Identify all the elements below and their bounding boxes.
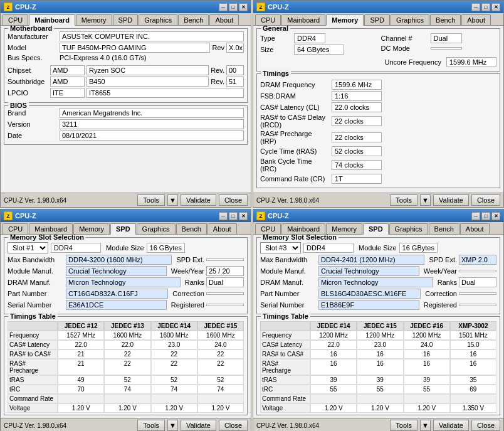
minimize-btn-2[interactable]: ─ <box>471 3 480 11</box>
validate-btn-4[interactable]: Validate <box>433 420 469 431</box>
close-btn-4[interactable]: ✕ <box>491 212 500 220</box>
tab-spd-4[interactable]: SPD <box>363 223 389 235</box>
tab-spd-3[interactable]: SPD <box>110 223 136 235</box>
validate-btn-1[interactable]: Validate <box>181 194 216 206</box>
tab-memory-3[interactable]: Memory <box>73 223 110 234</box>
minimize-btn-3[interactable]: ─ <box>219 212 228 220</box>
tools-btn-1[interactable]: Tools <box>137 194 165 206</box>
serial-label-4: Serial Number <box>260 301 317 309</box>
th-empty-4 <box>260 321 310 331</box>
tools-btn-2[interactable]: Tools <box>390 194 417 206</box>
close-btn-1[interactable]: ✕ <box>239 3 248 11</box>
tab-graphics-4[interactable]: Graphics <box>389 223 428 234</box>
slot-type-4: DDR4 <box>303 243 354 253</box>
tab-spd-1[interactable]: SPD <box>113 14 139 25</box>
maximize-btn-1[interactable]: □ <box>229 3 238 11</box>
tab-mainboard-4[interactable]: Mainboard <box>281 223 325 234</box>
tab-mainboard-2[interactable]: Mainboard <box>281 14 325 25</box>
tab-graphics-1[interactable]: Graphics <box>139 14 177 25</box>
tab-cpu-2[interactable]: CPU <box>255 14 281 25</box>
tg-ras-pre-v2-4: 16 <box>404 359 450 375</box>
tg-cr-v3-4 <box>450 394 496 403</box>
model-row: Model TUF B450M-PRO GAMING Rev X.0x <box>8 43 244 53</box>
tab-mainboard-1[interactable]: Mainboard <box>29 14 75 26</box>
footer-version-3: CPU-Z Ver. 1.98.0.x64 <box>4 422 135 429</box>
southbridge-row: Southbridge AMD B450 Rev. 51 <box>8 77 244 87</box>
tab-about-3[interactable]: About <box>207 223 237 234</box>
tools-dropdown-3[interactable]: ▼ <box>167 420 178 431</box>
tab-cpu-4[interactable]: CPU <box>255 223 281 234</box>
tab-spd-2[interactable]: SPD <box>364 14 390 25</box>
tg-tras-v3-4: 35 <box>450 375 496 385</box>
tg-ras-cas-v1-3: 22 <box>104 349 150 359</box>
tab-mainboard-3[interactable]: Mainboard <box>29 223 73 234</box>
serial-row-3: Serial Number E36A1DCE Registered <box>8 300 244 310</box>
close-btn-footer-2[interactable]: Close <box>471 194 500 206</box>
tab-bench-1[interactable]: Bench <box>178 14 209 25</box>
tab-graphics-2[interactable]: Graphics <box>391 14 429 25</box>
maximize-btn-4[interactable]: □ <box>481 212 490 220</box>
minimize-btn-4[interactable]: ─ <box>471 212 480 220</box>
tg-trc-v0-4: 55 <box>310 385 357 394</box>
bios-version-value: 3211 <box>60 119 244 129</box>
maximize-btn-3[interactable]: □ <box>229 212 238 220</box>
tab-cpu-3[interactable]: CPU <box>3 223 28 234</box>
registered-val-4 <box>459 304 496 306</box>
tab-memory-4[interactable]: Memory <box>326 223 362 234</box>
general-label: General <box>261 26 290 32</box>
close-btn-3[interactable]: ✕ <box>239 212 248 220</box>
max-bw-row-3: Max Bandwidth DDR4-3200 (1600 MHz) SPD E… <box>8 255 244 265</box>
slot-selection-section-3: Memory Slot Selection Slot #1Slot #2Slot… <box>4 237 248 314</box>
tabs-4: CPU Mainboard Memory SPD Graphics Bench … <box>253 222 503 235</box>
tg-ras-pre-v3-3: 22 <box>197 359 244 375</box>
registered-val-3 <box>206 304 244 306</box>
th-jedec15-4: JEDEC #15 <box>357 321 403 331</box>
close-btn-footer-3[interactable]: Close <box>219 420 248 431</box>
tg-cas-v2-4: 24.0 <box>404 340 450 349</box>
tab-graphics-3[interactable]: Graphics <box>137 223 176 234</box>
module-size-label-4: Module Size <box>359 244 397 252</box>
footer-bar-1: CPU-Z Ver. 1.98.0.x64 Tools ▼ Validate C… <box>1 193 251 207</box>
tg-cas-v2-3: 23.0 <box>151 340 197 349</box>
tab-about-1[interactable]: About <box>209 14 239 25</box>
close-btn-2[interactable]: ✕ <box>491 3 500 11</box>
tab-memory-2[interactable]: Memory <box>326 14 364 26</box>
tab-bench-4[interactable]: Bench <box>429 223 459 234</box>
tab-cpu-1[interactable]: CPU <box>3 14 28 25</box>
cmd-rate-label: Command Rate (CR) <box>260 175 329 183</box>
tab-about-2[interactable]: About <box>461 14 491 25</box>
maximize-btn-2[interactable]: □ <box>481 3 490 11</box>
tab-bench-2[interactable]: Bench <box>430 14 461 25</box>
tools-btn-4[interactable]: Tools <box>390 420 417 431</box>
module-size-label-3: Module Size <box>106 244 144 252</box>
manufacturer-label: Manufacturer <box>8 33 58 40</box>
tools-btn-3[interactable]: Tools <box>137 420 165 431</box>
validate-btn-2[interactable]: Validate <box>433 194 469 206</box>
minimize-btn-1[interactable]: ─ <box>219 3 228 11</box>
cycle-row: Cycle Time (tRAS) 52 clocks <box>260 146 496 156</box>
tab-about-4[interactable]: About <box>460 223 490 234</box>
tg-cas-v1-4: 23.0 <box>357 340 403 349</box>
tools-dropdown-4[interactable]: ▼ <box>420 420 431 431</box>
close-btn-footer-1[interactable]: Close <box>219 194 248 206</box>
dram-manuf-val-3: Micron Technology <box>66 277 181 287</box>
tab-memory-1[interactable]: Memory <box>76 14 112 25</box>
module-size-val-4: 16 GBytes <box>399 243 438 253</box>
tab-bench-3[interactable]: Bench <box>176 223 207 234</box>
footer-version-2: CPU-Z Ver. 1.98.0.x64 <box>256 197 387 204</box>
tools-dropdown-1[interactable]: ▼ <box>167 194 178 206</box>
slot-select-4[interactable]: Slot #1Slot #2Slot #3Slot #4 <box>260 242 301 253</box>
mod-manuf-val-3: Crucial Technology <box>66 266 167 276</box>
title-bar-left-2: Z CPU-Z <box>256 3 289 11</box>
validate-btn-3[interactable]: Validate <box>181 420 216 431</box>
mod-manuf-label-3: Module Manuf. <box>8 267 64 275</box>
tools-dropdown-2[interactable]: ▼ <box>420 194 431 206</box>
title-bar-buttons-4: ─ □ ✕ <box>471 212 500 220</box>
part-row-4: Part Number BLS16G4D30AESC.M16FE Correct… <box>260 289 496 299</box>
tg-tras-v1-3: 52 <box>104 375 150 385</box>
model-label: Model <box>8 44 58 51</box>
close-btn-footer-4[interactable]: Close <box>471 420 500 431</box>
dram-manuf-label-3: DRAM Manuf. <box>8 279 64 286</box>
chipset-rev-label: Rev. <box>211 67 224 74</box>
slot-select-3[interactable]: Slot #1Slot #2Slot #3Slot #4 <box>8 242 48 253</box>
